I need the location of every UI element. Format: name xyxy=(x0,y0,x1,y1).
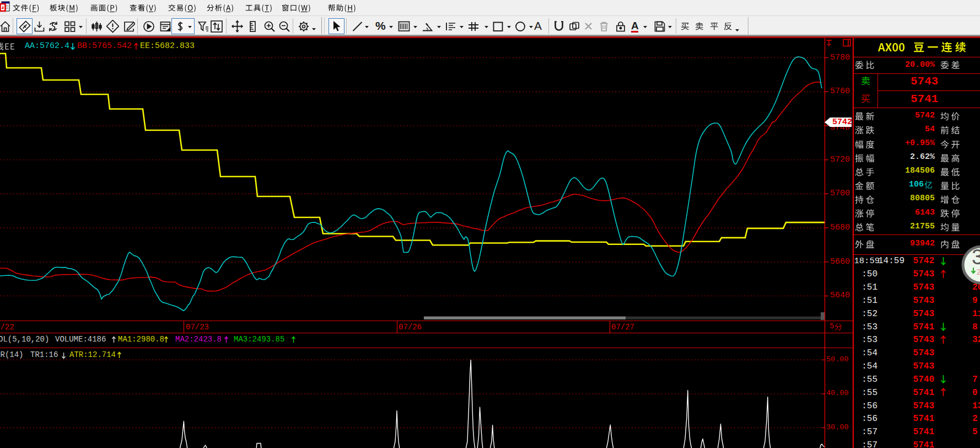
svg-text:3: 3 xyxy=(972,246,980,269)
svg-text:2: 2 xyxy=(977,268,980,276)
